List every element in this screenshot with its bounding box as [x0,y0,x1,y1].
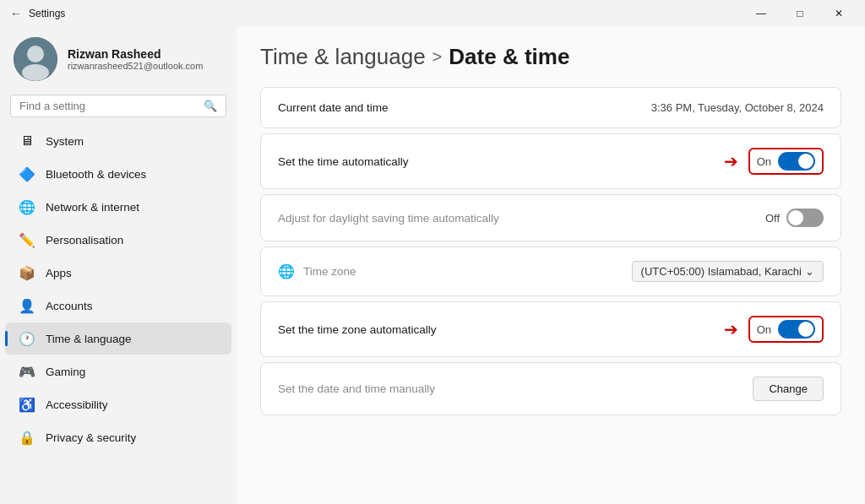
maximize-button[interactable]: □ [781,0,819,27]
settings-card-set-manually: Set the date and time manually Change [260,362,841,415]
row-label-set-time-auto: Set the time automatically [278,155,409,168]
sidebar-item-network[interactable]: 🌐 Network & internet [5,191,231,223]
titlebar-left: ← Settings [10,7,65,20]
breadcrumb-parent: Time & language [260,44,426,70]
highlight-box-set-timezone-auto: On [748,316,824,343]
settings-row-daylight-saving[interactable]: Adjust for daylight saving time automati… [261,195,841,241]
settings-row-current-date: Current date and time 3:36 PM, Tuesday, … [261,88,841,127]
breadcrumb-separator: > [432,47,443,67]
nav-list: 🖥 System 🔷 Bluetooth & devices 🌐 Network… [0,124,237,454]
avatar [14,37,57,81]
sidebar-item-privacy[interactable]: 🔒 Privacy & security [5,421,231,453]
breadcrumb: Time & language > Date & time [260,44,841,70]
user-profile[interactable]: Rizwan Rasheed rizwanrasheed521@outlook.… [0,27,237,95]
nav-icon-apps: 📦 [19,264,35,281]
search-input[interactable] [19,100,197,112]
nav-icon-privacy: 🔒 [19,429,35,446]
highlight-box-set-time-auto: On [748,148,824,175]
search-box[interactable]: 🔍 [10,95,226,117]
user-email: rizwanrasheed521@outlook.com [68,61,203,71]
toggle-set-timezone-auto[interactable] [778,320,815,339]
nav-label-accounts: Accounts [46,300,93,312]
user-name: Rizwan Rasheed [68,47,203,61]
settings-card-set-time-auto: Set the time automatically ➔ On [260,133,841,189]
toggle-label-set-timezone-auto: On [757,323,771,336]
toggle-area-set-timezone-auto: ➔ On [724,316,824,343]
main-content: Time & language > Date & time Current da… [237,27,865,504]
row-label-daylight-saving: Adjust for daylight saving time automati… [278,212,499,225]
settings-rows: Current date and time 3:36 PM, Tuesday, … [260,87,841,415]
nav-icon-gaming: 🎮 [19,363,35,380]
svg-point-1 [27,46,44,62]
minimize-button[interactable]: — [742,0,781,27]
timezone-value: (UTC+05:00) Islamabad, Karachi [641,265,802,278]
settings-card-daylight-saving: Adjust for daylight saving time automati… [260,194,841,241]
arrow-icon-set-time-auto: ➔ [724,151,738,171]
nav-icon-accounts: 👤 [19,297,35,314]
nav-label-apps: Apps [46,267,72,279]
titlebar: ← Settings — □ ✕ [0,0,865,27]
nav-label-accessibility: Accessibility [46,398,108,411]
settings-card-current-date: Current date and time 3:36 PM, Tuesday, … [260,87,841,128]
nav-label-bluetooth: Bluetooth & devices [46,168,146,181]
toggle-label-daylight-saving: Off [765,212,780,225]
nav-icon-system: 🖥 [19,133,35,149]
change-button[interactable]: Change [753,377,824,401]
settings-card-set-timezone-auto: Set the time zone automatically ➔ On [260,301,841,357]
settings-row-set-manually[interactable]: Set the date and time manually Change [261,363,841,415]
globe-icon: 🌐 [278,263,295,280]
nav-label-time: Time & language [46,333,132,345]
sidebar-item-bluetooth[interactable]: 🔷 Bluetooth & devices [5,158,231,190]
settings-row-set-timezone-auto[interactable]: Set the time zone automatically ➔ On [261,302,841,356]
settings-card-timezone: 🌐 Time zone (UTC+05:00) Islamabad, Karac… [260,247,841,296]
sidebar-item-apps[interactable]: 📦 Apps [5,257,231,289]
chevron-down-icon: ⌄ [805,265,814,278]
nav-icon-personalisation: ✏️ [19,231,35,248]
sidebar: Rizwan Rasheed rizwanrasheed521@outlook.… [0,27,237,504]
nav-label-gaming: Gaming [46,366,85,378]
timezone-dropdown[interactable]: (UTC+05:00) Islamabad, Karachi ⌄ [632,261,824,282]
settings-row-timezone[interactable]: 🌐 Time zone (UTC+05:00) Islamabad, Karac… [261,247,841,295]
row-label-current-date: Current date and time [278,101,389,114]
row-label-set-manually: Set the date and time manually [278,382,435,395]
user-info: Rizwan Rasheed rizwanrasheed521@outlook.… [68,47,203,71]
sidebar-item-system[interactable]: 🖥 System [5,125,231,157]
sidebar-item-accessibility[interactable]: ♿ Accessibility [5,388,231,420]
row-label-timezone: Time zone [303,265,356,278]
nav-icon-network: 🌐 [19,198,35,215]
timezone-label-group: 🌐 Time zone [278,263,356,280]
row-value-current-date: 3:36 PM, Tuesday, October 8, 2024 [651,101,824,114]
sidebar-item-time[interactable]: 🕐 Time & language [5,322,231,355]
toggle-daylight-saving[interactable] [786,209,824,227]
nav-label-system: System [46,135,84,148]
toggle-area-daylight-saving: Off [765,209,824,227]
nav-label-network: Network & internet [46,201,139,214]
titlebar-controls: — □ ✕ [742,0,858,27]
close-button[interactable]: ✕ [819,0,858,27]
app-body: Rizwan Rasheed rizwanrasheed521@outlook.… [0,27,865,504]
settings-row-set-time-auto[interactable]: Set the time automatically ➔ On [261,134,841,188]
nav-icon-bluetooth: 🔷 [19,165,35,182]
back-icon[interactable]: ← [10,7,22,20]
sidebar-item-accounts[interactable]: 👤 Accounts [5,290,231,322]
toggle-set-time-auto[interactable] [778,152,815,171]
arrow-icon-set-timezone-auto: ➔ [724,319,738,339]
nav-icon-time: 🕐 [19,330,35,347]
row-label-set-timezone-auto: Set the time zone automatically [278,323,437,336]
nav-icon-accessibility: ♿ [19,396,35,413]
nav-label-personalisation: Personalisation [46,234,123,247]
sidebar-item-gaming[interactable]: 🎮 Gaming [5,355,231,387]
toggle-area-set-time-auto: ➔ On [724,148,824,175]
search-icon: 🔍 [204,100,217,112]
svg-point-2 [22,64,49,81]
titlebar-title: Settings [29,8,65,19]
toggle-label-set-time-auto: On [757,155,771,168]
nav-label-privacy: Privacy & security [46,431,136,444]
breadcrumb-current: Date & time [449,44,569,70]
sidebar-item-personalisation[interactable]: ✏️ Personalisation [5,224,231,256]
